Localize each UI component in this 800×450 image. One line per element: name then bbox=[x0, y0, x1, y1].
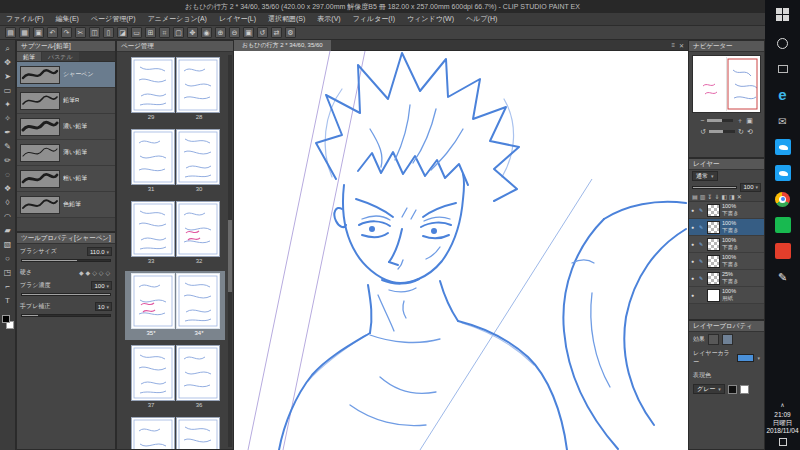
subtool-tab-pencil[interactable]: 鉛筆 bbox=[17, 52, 41, 61]
subtool-tab-pastel[interactable]: パステル bbox=[42, 52, 79, 61]
scrollbar-thumb[interactable] bbox=[228, 220, 232, 292]
opacity-value[interactable]: 100 ▾ bbox=[740, 183, 761, 192]
page-thumb-right[interactable] bbox=[176, 345, 220, 401]
taskbar-start-icon[interactable] bbox=[774, 8, 792, 26]
tool-figure-icon[interactable]: ○ bbox=[1, 252, 14, 265]
toolbar-redo-icon[interactable]: ↷ bbox=[61, 27, 72, 38]
brush-item[interactable]: 色鉛筆 bbox=[17, 192, 115, 218]
canvas[interactable] bbox=[234, 51, 688, 450]
eye-icon[interactable]: ● bbox=[691, 241, 697, 247]
blend-mode-dropdown[interactable]: 通常 ▾ bbox=[692, 171, 718, 181]
eye-icon[interactable]: ● bbox=[691, 292, 697, 298]
page-thumb-right[interactable] bbox=[176, 129, 220, 185]
expression-color-dropdown[interactable]: グレー ▾ bbox=[693, 384, 725, 394]
white-chip[interactable] bbox=[740, 385, 749, 394]
toolbar-copy-icon[interactable]: ◫ bbox=[89, 27, 100, 38]
action-center-icon[interactable] bbox=[779, 438, 787, 446]
toolbar-deselect-icon[interactable]: ✥ bbox=[187, 27, 198, 38]
toolbar-flip-view-icon[interactable]: ⇄ bbox=[271, 27, 282, 38]
toolbar-select-layer-icon[interactable]: ▢ bbox=[173, 27, 184, 38]
eye-icon[interactable]: ● bbox=[691, 207, 697, 213]
taskbar-chrome-icon[interactable] bbox=[774, 190, 792, 208]
toolbar-paste-icon[interactable]: ▯ bbox=[103, 27, 114, 38]
rotate-right-icon[interactable]: ↻ bbox=[738, 126, 744, 137]
tool-pencil-icon[interactable]: ✎ bbox=[1, 140, 14, 153]
taskbar-twitter-icon[interactable] bbox=[774, 164, 792, 182]
tool-text-icon[interactable]: T bbox=[1, 294, 14, 307]
navigator-thumbnail[interactable] bbox=[692, 55, 761, 113]
brush-item[interactable]: 鉛筆R bbox=[17, 88, 115, 114]
tool-blend-icon[interactable]: ◠ bbox=[1, 210, 14, 223]
layer-row[interactable]: ●✎100%下書き bbox=[689, 253, 764, 270]
opacity-slider[interactable] bbox=[692, 186, 737, 189]
layer-apply-mask-icon[interactable]: ◨ bbox=[729, 193, 735, 200]
toolbar-cut-icon[interactable]: ✂ bbox=[75, 27, 86, 38]
foreground-color-swatch[interactable] bbox=[2, 315, 10, 323]
zoom-out-icon[interactable]: − bbox=[700, 115, 704, 126]
layer-color-effect-icon[interactable] bbox=[722, 334, 733, 345]
document-tab[interactable]: おもひの行方 2 * 34/60, 35/60 bbox=[234, 40, 331, 51]
tool-ruler-icon[interactable]: ⌐ bbox=[1, 280, 14, 293]
eye-icon[interactable]: ● bbox=[691, 224, 697, 230]
page-thumb-right[interactable] bbox=[176, 57, 220, 113]
hardness-scale[interactable]: ◆◆◇◇◇ bbox=[79, 269, 112, 276]
taskbar-twitter-icon[interactable] bbox=[774, 138, 792, 156]
taskbar-cortana-icon[interactable] bbox=[774, 34, 792, 52]
eye-icon[interactable]: ● bbox=[691, 258, 697, 264]
property-slider[interactable] bbox=[21, 259, 111, 262]
page-thumb-right[interactable] bbox=[176, 201, 220, 257]
property-slider[interactable] bbox=[21, 293, 111, 296]
menu-item-7[interactable]: フィルター(I) bbox=[347, 13, 401, 25]
page-thumb-left[interactable] bbox=[131, 201, 175, 257]
tool-zoom-icon[interactable]: ⌕ bbox=[1, 42, 14, 55]
layer-new-raster-layer-icon[interactable]: ▤ bbox=[692, 193, 698, 200]
page-thumb-left[interactable] bbox=[131, 273, 175, 329]
black-chip[interactable] bbox=[728, 385, 737, 394]
toolbar-open-icon[interactable]: ▦ bbox=[19, 27, 30, 38]
tool-eyedropper-icon[interactable]: ✧ bbox=[1, 112, 14, 125]
eye-icon[interactable]: ● bbox=[691, 275, 697, 281]
toolbar-reset-rotate-icon[interactable]: ↺ bbox=[257, 27, 268, 38]
taskbar-clock[interactable]: ∧ 21:09 日曜日 2018/11/04 bbox=[765, 401, 800, 450]
tab-menu-icon[interactable]: ≡ bbox=[671, 42, 675, 49]
toolbar-invert-selection-icon[interactable]: ◉ bbox=[201, 27, 212, 38]
toolbar-fit-screen-icon[interactable]: ▣ bbox=[243, 27, 254, 38]
toolbar-snap-grid-icon[interactable]: ⌗ bbox=[159, 27, 170, 38]
property-value[interactable]: 110.0▾ bbox=[87, 247, 112, 256]
menu-item-1[interactable]: 編集(E) bbox=[50, 13, 85, 25]
layer-row[interactable]: ●✎100%下書き bbox=[689, 236, 764, 253]
layer-merge-down-icon[interactable]: ⇓ bbox=[714, 193, 719, 200]
layer-row[interactable]: ●✎100%下書き bbox=[689, 202, 764, 219]
taskbar-pen-icon[interactable]: ✎ bbox=[774, 268, 792, 286]
tool-selection-icon[interactable]: ▭ bbox=[1, 84, 14, 97]
menu-item-4[interactable]: レイヤー(L) bbox=[213, 13, 262, 25]
tool-auto-select-icon[interactable]: ✦ bbox=[1, 98, 14, 111]
tool-airbrush-icon[interactable]: ◌ bbox=[1, 168, 14, 181]
tab-close-icon[interactable]: ✕ bbox=[679, 42, 684, 49]
menu-item-2[interactable]: ページ管理(P) bbox=[85, 13, 142, 25]
menu-item-6[interactable]: 表示(V) bbox=[311, 13, 346, 25]
toolbar-snap-ruler-icon[interactable]: ▭ bbox=[131, 27, 142, 38]
taskbar-edge-icon[interactable]: e bbox=[774, 86, 792, 104]
page-spread[interactable]: 2928 bbox=[125, 55, 225, 124]
tool-brush-icon[interactable]: ✏ bbox=[1, 154, 14, 167]
tool-operation-icon[interactable]: ➤ bbox=[1, 70, 14, 83]
toolbar-undo-icon[interactable]: ↶ bbox=[47, 27, 58, 38]
page-thumb-left[interactable] bbox=[131, 345, 175, 401]
page-spread[interactable]: 3130 bbox=[125, 127, 225, 196]
brush-item[interactable]: 濃い鉛筆 bbox=[17, 114, 115, 140]
menu-item-3[interactable]: アニメーション(A) bbox=[142, 13, 213, 25]
menu-item-8[interactable]: ウィンドウ(W) bbox=[401, 13, 460, 25]
page-spread[interactable]: 3736 bbox=[125, 343, 225, 412]
tool-gradient-icon[interactable]: ▧ bbox=[1, 238, 14, 251]
property-value[interactable]: 10▾ bbox=[95, 302, 112, 311]
layer-create-mask-icon[interactable]: ◧ bbox=[721, 193, 727, 200]
toolbar-snap-special-ruler-icon[interactable]: ⊞ bbox=[145, 27, 156, 38]
zoom-slider[interactable] bbox=[707, 119, 733, 122]
taskbar-mail-icon[interactable]: ✉ bbox=[774, 112, 792, 130]
page-thumb-right[interactable] bbox=[176, 273, 220, 329]
page-spread[interactable]: 3332 bbox=[125, 199, 225, 268]
page-thumb-left[interactable] bbox=[131, 57, 175, 113]
layer-row[interactable]: ●✎100%用紙 bbox=[689, 287, 764, 304]
rotate-slider[interactable] bbox=[709, 130, 735, 133]
